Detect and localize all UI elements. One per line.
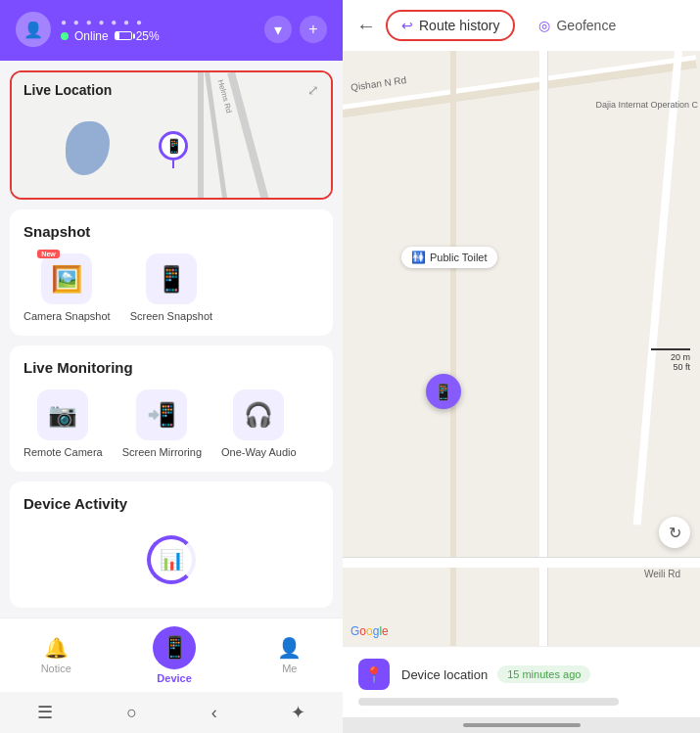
route-history-label: Route history <box>419 18 499 33</box>
geofence-tab-icon: ◎ <box>538 18 550 33</box>
battery-percent: 25% <box>136 29 160 43</box>
snapshot-title: Snapshot <box>23 223 319 240</box>
nav-notice[interactable]: 🔔 Notice <box>41 636 71 674</box>
one-way-audio-item[interactable]: 🎧 One-Way Audio <box>221 389 297 458</box>
right-system-nav <box>343 717 700 733</box>
dropdown-button[interactable]: ▾ <box>264 16 292 43</box>
device-location-pin: 📱 <box>426 374 461 409</box>
camera-snapshot-item[interactable]: New 🖼️ Camera Snapshot <box>23 253 111 322</box>
back-button[interactable]: ← <box>356 15 376 37</box>
camera-snapshot-icon: 🖼️ <box>51 264 82 295</box>
device-icon-active: 📱 <box>153 626 196 669</box>
app-header: 👤 ● ● ● ● ● ● ● Online 25% ▾ + <box>0 0 343 61</box>
location-card: 📍 Device location 15 minutes ago <box>343 646 700 717</box>
remote-camera-label: Remote Camera <box>23 446 103 458</box>
sys-home-btn[interactable]: ○ <box>111 699 153 727</box>
road-weili <box>343 558 700 568</box>
screen-snapshot-item[interactable]: 📱 Screen Snapshot <box>130 253 212 322</box>
road-vertical-2 <box>450 51 456 646</box>
dajia-label: Dajia Internat Operation C <box>595 100 698 112</box>
sys-menu-btn[interactable]: ☰ <box>22 698 69 727</box>
toilet-icon: 🚻 <box>411 251 426 264</box>
live-monitoring-section: Live Monitoring 📷 Remote Camera 📲 Screen… <box>10 345 333 472</box>
new-badge: New <box>37 250 59 258</box>
location-pin-icon: 📍 <box>358 659 390 690</box>
system-nav: ☰ ○ ‹ ✦ <box>0 692 343 733</box>
remote-camera-item[interactable]: 📷 Remote Camera <box>23 389 103 458</box>
camera-snapshot-icon-wrap: New 🖼️ <box>41 253 92 304</box>
online-status: Online <box>74 29 109 43</box>
screen-mirroring-label: Screen Mirroring <box>122 446 202 458</box>
right-panel: ← ↩ Route history ◎ Geofence Qishan N Rd… <box>343 0 700 733</box>
one-way-audio-icon: 🎧 <box>244 401 273 429</box>
system-bar <box>463 723 581 727</box>
location-address-bar <box>358 698 619 706</box>
screen-mirroring-icon-wrap: 📲 <box>136 389 187 440</box>
geofence-tab[interactable]: ◎ Geofence <box>525 12 630 39</box>
left-content: Helms Rd 📱 Live Location ⤢ 50 m 100 ft <box>0 61 343 618</box>
sys-shortcut-btn[interactable]: ✦ <box>275 698 321 727</box>
route-history-icon: ↩ <box>401 18 413 33</box>
road-vertical-1 <box>539 51 547 646</box>
route-map[interactable]: Qishan N Rd Weili Rd Dajia Internat Oper… <box>343 51 700 646</box>
remote-camera-icon: 📷 <box>48 401 77 429</box>
google-logo: Google <box>350 624 389 638</box>
live-monitoring-title: Live Monitoring <box>23 359 319 376</box>
public-toilet-label: Public Toilet <box>430 252 488 263</box>
geofence-tab-label: Geofence <box>556 18 616 33</box>
public-toilet-poi: 🚻 Public Toilet <box>401 247 497 268</box>
device-activity-section: Device Activity 📊 <box>10 481 333 608</box>
weili-label: Weili Rd <box>644 569 680 579</box>
sys-back-btn[interactable]: ‹ <box>196 699 233 727</box>
map-scale-right: 20 m 50 ft <box>651 348 690 372</box>
screen-mirroring-item[interactable]: 📲 Screen Mirroring <box>122 389 202 458</box>
expand-icon[interactable]: ⤢ <box>307 82 319 98</box>
snapshot-section: Snapshot New 🖼️ Camera Snapshot 📱 Screen… <box>10 209 333 336</box>
pin-circle: 📱 <box>426 374 461 409</box>
remote-camera-icon-wrap: 📷 <box>37 389 88 440</box>
map-device-pin: 📱 <box>159 131 188 168</box>
device-location-label: Device location <box>401 667 488 682</box>
me-icon: 👤 <box>277 636 302 660</box>
notice-icon: 🔔 <box>44 636 69 660</box>
live-location-title: Live Location <box>23 82 112 98</box>
bottom-nav: 🔔 Notice 📱 Device 👤 Me <box>0 618 343 692</box>
battery-indicator: 25% <box>115 29 160 43</box>
screen-snapshot-icon: 📱 <box>156 264 187 295</box>
location-time-badge: 15 minutes ago <box>497 665 590 683</box>
screen-snapshot-icon-wrap: 📱 <box>146 253 197 304</box>
add-button[interactable]: + <box>300 16 327 43</box>
device-label: Device <box>157 672 191 684</box>
screen-mirroring-icon: 📲 <box>147 401 176 429</box>
left-panel: 👤 ● ● ● ● ● ● ● Online 25% ▾ + <box>0 0 343 733</box>
online-indicator <box>61 32 69 40</box>
notice-label: Notice <box>41 663 71 674</box>
one-way-audio-icon-wrap: 🎧 <box>233 389 284 440</box>
header-name-dots: ● ● ● ● ● ● ● <box>61 17 160 27</box>
map-blob <box>66 121 110 175</box>
device-activity-title: Device Activity <box>23 495 319 512</box>
live-location-card: Helms Rd 📱 Live Location ⤢ 50 m 100 ft <box>10 70 333 200</box>
route-history-tab[interactable]: ↩ Route history <box>386 10 515 41</box>
refresh-button[interactable]: ↻ <box>659 517 690 548</box>
avatar[interactable]: 👤 <box>16 12 51 47</box>
nav-device[interactable]: 📱 Device <box>153 626 196 684</box>
screen-snapshot-label: Screen Snapshot <box>130 310 212 322</box>
right-header: ← ↩ Route history ◎ Geofence <box>343 0 700 51</box>
one-way-audio-label: One-Way Audio <box>221 446 297 458</box>
camera-snapshot-label: Camera Snapshot <box>23 310 111 322</box>
activity-chart: 📊 <box>147 535 196 584</box>
me-label: Me <box>282 663 297 674</box>
live-map[interactable]: Helms Rd 📱 Live Location ⤢ 50 m 100 ft <box>12 72 331 200</box>
nav-me[interactable]: 👤 Me <box>277 636 302 674</box>
